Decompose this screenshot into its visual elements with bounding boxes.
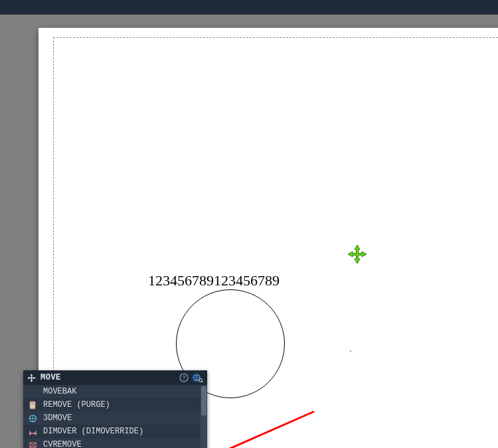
autocomplete-label: CVREMOVE [43,440,82,448]
autocomplete-label: DIMOVER (DIMOVERRIDE) [43,427,143,436]
purge-icon [27,401,38,410]
svg-marker-1 [27,374,36,382]
title-bar [0,0,498,15]
autocomplete-title: MOVE [41,373,61,382]
autocomplete-label: REMOVE (PURGE) [43,400,110,410]
autocomplete-item[interactable]: MOVEBAK [23,385,207,398]
svg-line-6 [202,382,203,382]
autocomplete-label: 3DMOVE [43,413,72,423]
scrollbar-thumb[interactable] [201,386,207,415]
autocomplete-label: MOVEBAK [43,387,76,396]
scrollbar[interactable] [201,385,207,448]
autocomplete-item[interactable]: 3DMOVE [23,411,207,425]
move-arrows-icon [348,245,367,263]
autocomplete-item[interactable]: DIMOVER (DIMOVERRIDE) [23,425,207,438]
move-arrows-icon [27,374,36,382]
svg-text:?: ? [182,374,185,381]
command-autocomplete-panel[interactable]: MOVE ? MOVEBAK [23,370,207,448]
sample-text: 123456789123456789 [148,272,280,289]
svg-point-5 [199,379,203,382]
snap-point [350,350,351,352]
dimension-icon [27,427,38,436]
cvremove-icon [27,441,38,449]
autocomplete-header: MOVE ? [23,370,207,385]
workspace: 123456789123456789 MOVE [0,15,498,448]
help-icon[interactable]: ? [179,373,189,382]
internet-search-icon[interactable] [193,373,203,382]
3dmove-icon [27,414,38,423]
svg-marker-0 [348,245,367,263]
autocomplete-item[interactable]: REMOVE (PURGE) [23,398,207,411]
autocomplete-item[interactable]: CVREMOVE [23,438,207,448]
